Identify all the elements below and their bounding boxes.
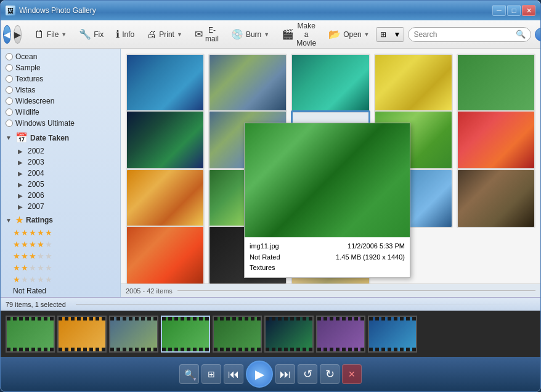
fix-icon: 🔧 xyxy=(79,28,91,40)
open-chevron: ▼ xyxy=(364,31,370,38)
open-button[interactable]: 📂 Open ▼ xyxy=(323,24,375,45)
sidebar: Ocean Sample Textures Vistas Widescreen … xyxy=(1,49,121,297)
photo-thumb-5[interactable] xyxy=(457,54,535,113)
forward-button[interactable]: ▶ xyxy=(14,25,22,44)
sidebar-item-1star[interactable]: ★★★★★ xyxy=(1,274,120,285)
sidebar-item-2007[interactable]: ▶ 2007 xyxy=(1,201,120,212)
search-icon[interactable]: 🔍 xyxy=(516,30,526,39)
file-button[interactable]: 🗒 File ▼ xyxy=(29,24,72,45)
next-button[interactable]: ⏭ xyxy=(275,364,295,384)
photo-thumb-4[interactable] xyxy=(374,54,453,113)
rotate-right-button[interactable]: ↻ xyxy=(320,364,340,384)
filmstrip-thumb-8[interactable] xyxy=(368,316,417,353)
title-bar-left: 🖼 Windows Photo Gallery xyxy=(6,6,96,15)
ratings-label: Ratings xyxy=(26,216,53,224)
search-box[interactable]: 🔍 xyxy=(408,27,531,42)
sidebar-item-2004[interactable]: ▶ 2004 xyxy=(1,168,120,179)
sidebar-item-sample[interactable]: Sample xyxy=(1,62,120,73)
filmstrip-thumb-5[interactable] xyxy=(213,316,262,353)
delete-button[interactable]: ✕ xyxy=(342,364,362,384)
section-line xyxy=(177,290,535,291)
sidebar-item-widescreen[interactable]: Widescreen xyxy=(1,96,120,107)
photo-thumb-3[interactable] xyxy=(291,54,370,113)
sidebar-item-ocean[interactable]: Ocean xyxy=(1,51,120,62)
email-icon: ✉ xyxy=(195,28,203,40)
sidebar-item-5stars[interactable]: ★★★★★ xyxy=(1,227,120,239)
filmstrip-thumb-4[interactable] xyxy=(161,316,210,353)
sidebar-item-wildlife[interactable]: Wildlife xyxy=(1,107,120,118)
movie-button[interactable]: 🎬 Make a Movie xyxy=(276,24,322,45)
email-button[interactable]: ✉ E-mail xyxy=(189,24,224,45)
star-rating-4: ★★★★★ xyxy=(13,240,52,249)
photo-thumb-6[interactable] xyxy=(126,110,205,169)
filmstrip-thumb-2[interactable] xyxy=(57,316,107,353)
sidebar-item-label: Vistas xyxy=(15,86,35,94)
photo-thumb-1[interactable] xyxy=(126,54,205,113)
filmstrip-thumb-1[interactable] xyxy=(6,316,55,353)
prev-button[interactable]: ⏮ xyxy=(224,364,243,384)
sidebar-item-vistas[interactable]: Vistas xyxy=(1,84,120,96)
photo-area: img11.jpg 11/2/2006 5:33 PM Not Rated 1.… xyxy=(121,49,540,297)
view-thumbs-button[interactable]: ⊞ xyxy=(376,27,390,42)
view-toggle: ⊞ ▼ xyxy=(376,27,404,42)
movie-icon: 🎬 xyxy=(282,28,294,40)
search-taskbar-button[interactable]: 🔍 ▼ xyxy=(179,364,199,384)
filmstrip-thumb-6[interactable] xyxy=(264,316,314,353)
burn-icon: 💿 xyxy=(231,28,243,40)
section-label: 2005 - 42 items xyxy=(126,287,173,295)
play-button[interactable]: ▶ xyxy=(246,361,273,388)
rotate-left-button[interactable]: ↺ xyxy=(298,364,317,384)
photo-thumb-15[interactable] xyxy=(457,169,535,228)
sidebar-item-label: Wildlife xyxy=(15,108,39,116)
photo-thumb-11[interactable] xyxy=(126,169,205,228)
expand-icon: ▼ xyxy=(6,217,13,224)
photo-thumb-10[interactable] xyxy=(457,110,535,169)
sidebar-item-4stars[interactable]: ★★★★★ xyxy=(1,239,120,250)
back-button[interactable]: ◀ xyxy=(3,25,11,44)
grid-taskbar-button[interactable]: ⊞ xyxy=(201,364,221,384)
open-icon: 📂 xyxy=(328,28,341,40)
title-bar: 🖼 Windows Photo Gallery ─ □ ✕ xyxy=(1,1,540,20)
filmstrip-thumb-3[interactable] xyxy=(109,316,158,353)
maximize-button[interactable]: □ xyxy=(507,5,521,16)
sidebar-section-date-taken[interactable]: ▼ 📅 Date Taken xyxy=(1,130,120,145)
print-button[interactable]: 🖨 Print ▼ xyxy=(141,24,188,45)
sidebar-item-2stars[interactable]: ★★★★★ xyxy=(1,262,120,274)
star-rating-2: ★★★★★ xyxy=(13,263,52,272)
expand-icon: ▶ xyxy=(18,181,25,188)
sidebar-circle-icon xyxy=(6,64,13,71)
filmstrip-thumb-7[interactable] xyxy=(316,316,365,353)
section-label-bar: 2005 - 42 items xyxy=(121,284,540,297)
help-button[interactable]: ? xyxy=(535,28,541,41)
sidebar-item-not-rated[interactable]: Not Rated xyxy=(1,285,120,296)
sidebar-item-label: Textures xyxy=(15,75,43,83)
sidebar-item-2006[interactable]: ▶ 2006 xyxy=(1,190,120,201)
date-taken-label: Date Taken xyxy=(30,134,69,142)
taskbar: 🔍 ▼ ⊞ ⏮ ▶ ⏭ ↺ ↻ ✕ xyxy=(1,357,540,391)
file-chevron: ▼ xyxy=(61,31,67,38)
sidebar-item-label: Sample xyxy=(15,63,41,72)
burn-button[interactable]: 💿 Burn ▼ xyxy=(226,24,275,45)
view-down-button[interactable]: ▼ xyxy=(390,27,404,42)
close-button[interactable]: ✕ xyxy=(522,5,535,16)
sidebar-item-textures[interactable]: Textures xyxy=(1,73,120,84)
sidebar-item-2002[interactable]: ▶ 2002 xyxy=(1,145,120,157)
sidebar-item-windows-ultimate[interactable]: Windows Ultimate xyxy=(1,118,120,129)
expand-icon: ▶ xyxy=(18,148,25,155)
email-label: E-mail xyxy=(205,26,219,43)
sidebar-item-3stars[interactable]: ★★★★★ xyxy=(1,250,120,262)
minimize-button[interactable]: ─ xyxy=(492,5,506,16)
photo-thumb-2[interactable] xyxy=(208,54,287,113)
sidebar-item-2005[interactable]: ▶ 2005 xyxy=(1,179,120,190)
preview-info: img11.jpg 11/2/2006 5:33 PM Not Rated 1.… xyxy=(245,237,410,277)
photo-thumb-16[interactable] xyxy=(126,226,205,284)
content-area: img11.jpg 11/2/2006 5:33 PM Not Rated 1.… xyxy=(121,49,540,297)
search-input[interactable] xyxy=(413,30,513,39)
sidebar-section-ratings[interactable]: ▼ ★ Ratings xyxy=(1,213,120,227)
year-label: 2002 xyxy=(28,147,44,155)
fix-button[interactable]: 🔧 Fix xyxy=(73,24,109,45)
toolbar: ◀ ▶ 🗒 File ▼ 🔧 Fix ℹ Info 🖨 Print ▼ ✉ E-… xyxy=(1,20,540,49)
info-button[interactable]: ℹ Info xyxy=(110,24,140,45)
sidebar-item-2003[interactable]: ▶ 2003 xyxy=(1,157,120,168)
print-icon: 🖨 xyxy=(147,29,157,40)
